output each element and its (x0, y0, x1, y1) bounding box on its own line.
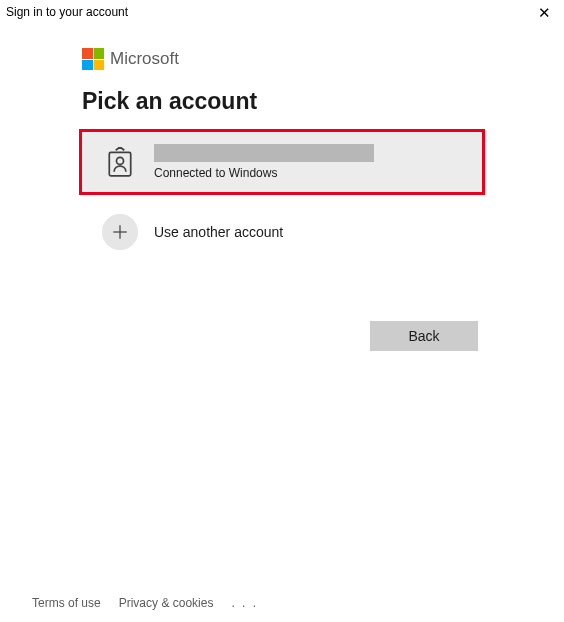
page-title: Pick an account (82, 88, 482, 115)
account-other-texts: Use another account (154, 224, 283, 240)
account-name-redacted (154, 144, 374, 162)
svg-point-1 (116, 157, 123, 164)
window-title: Sign in to your account (6, 5, 128, 19)
actions-row: Back (82, 321, 482, 351)
privacy-link[interactable]: Privacy & cookies (119, 596, 214, 610)
account-option-other[interactable]: Use another account (82, 201, 482, 263)
back-button[interactable]: Back (370, 321, 478, 351)
terms-link[interactable]: Terms of use (32, 596, 101, 610)
footer: Terms of use Privacy & cookies . . . (32, 596, 258, 610)
badge-icon-slot (98, 147, 142, 177)
microsoft-brand: Microsoft (82, 48, 482, 70)
titlebar: Sign in to your account ✕ (0, 0, 564, 24)
close-icon[interactable]: ✕ (534, 5, 554, 20)
account-option-primary[interactable]: Connected to Windows (79, 129, 485, 195)
plus-icon-slot (98, 214, 142, 250)
content-area: Microsoft Pick an account Connected to W… (0, 24, 564, 351)
account-primary-sub: Connected to Windows (154, 166, 374, 180)
employee-badge-icon (107, 147, 133, 177)
account-other-label: Use another account (154, 224, 283, 240)
microsoft-brand-text: Microsoft (110, 49, 179, 69)
more-options-icon[interactable]: . . . (231, 596, 258, 610)
microsoft-logo-icon (82, 48, 104, 70)
account-primary-texts: Connected to Windows (154, 144, 374, 180)
plus-icon (102, 214, 138, 250)
